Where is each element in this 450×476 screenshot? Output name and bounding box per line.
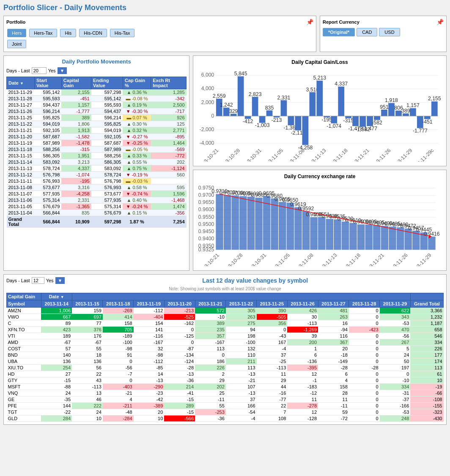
- currency-pin-icon[interactable]: 📌: [436, 19, 444, 25]
- svg-rect-124: [287, 203, 294, 250]
- cell-val-0: 27: [41, 371, 72, 377]
- cell-gain: 835: [61, 210, 91, 216]
- cell-val-5: 235: [195, 327, 226, 333]
- filter-joint[interactable]: Joint: [7, 40, 26, 48]
- cell-val-1: -113: [72, 384, 103, 390]
- currency-usd[interactable]: USD: [379, 28, 400, 36]
- svg-text:13-11-21: 13-11-21: [366, 252, 385, 267]
- cell-pct: ▬ -0.05 %: [123, 146, 151, 153]
- cell-pct: ▲ 0.55 %: [123, 159, 151, 165]
- table-row: 2013-11-08 573,677 3,316 576,993 ▲ 0.58 …: [7, 184, 187, 191]
- cell-val-7: 390: [257, 308, 288, 314]
- yes-label-2: Yes: [46, 278, 54, 283]
- svg-rect-38: [309, 92, 316, 116]
- svg-text:951: 951: [380, 104, 389, 110]
- cell-val-5: -253: [195, 409, 226, 415]
- capital-gain-title: Daily Capital Gain/Loss: [197, 59, 443, 65]
- cell-val-7: 44: [257, 384, 288, 390]
- cell-val-2: -100: [103, 339, 134, 346]
- currency-cad[interactable]: CAD: [357, 28, 377, 36]
- cell-val-12: -108: [410, 396, 443, 403]
- svg-rect-40: [316, 81, 323, 116]
- sym-col-4: 2013-11-19: [134, 300, 165, 308]
- cell-val-12: 1,232: [410, 314, 443, 320]
- cell-symbol: BND: [7, 352, 41, 358]
- cell-pct: ▲ 0.30 %: [123, 121, 151, 127]
- svg-text:2,823: 2,823: [249, 91, 262, 97]
- cell-gain: 1,806: [61, 121, 91, 127]
- cell-exch: 125: [151, 121, 187, 127]
- cell-start: 587,989: [34, 140, 61, 146]
- cell-val-12: -66: [410, 390, 443, 396]
- sym-col-10: 2013-11-27: [318, 300, 349, 308]
- cell-start: 595,142: [34, 89, 61, 96]
- symbol-section: Days - Last Yes ▼ Last 12 day value chan…: [3, 274, 447, 425]
- days-input-2[interactable]: [32, 277, 44, 284]
- cell-exch: -772: [151, 153, 187, 159]
- days-filter-btn[interactable]: ▼: [58, 67, 67, 74]
- cell-val-6: -13: [226, 390, 257, 396]
- cell-val-8: -1: [287, 377, 318, 384]
- svg-text:13-11-08: 13-11-08: [296, 252, 315, 267]
- cell-val-7: 37: [257, 352, 288, 358]
- cell-symbol: AMZN: [7, 308, 41, 314]
- cell-val-12: 3,366: [410, 308, 443, 314]
- cell-val-2: 705: [103, 327, 134, 333]
- cell-ending: 583,092: [91, 165, 123, 172]
- cell-val-9: 20: [318, 346, 349, 352]
- cell-exch: 1,464: [151, 140, 187, 146]
- cell-symbol: AMD: [7, 339, 41, 346]
- svg-rect-24: [259, 116, 266, 123]
- cell-val-12: 546: [410, 333, 443, 339]
- cell-val-0: 136: [41, 358, 72, 365]
- table-row: 2013-11-06 575,314 2,331 577,935 ▲ 0.40 …: [7, 197, 187, 204]
- cell-gain: 1,157: [61, 102, 91, 108]
- cell-val-0: -88: [41, 384, 72, 390]
- filter-hers[interactable]: Hers: [7, 29, 26, 37]
- days-input[interactable]: [32, 67, 47, 74]
- cell-exch: -895: [151, 134, 187, 140]
- cell-symbol: XFN.TO: [7, 327, 41, 333]
- cell-ending: 576,993: [91, 184, 123, 191]
- cell-val-1: 697: [72, 314, 103, 320]
- cell-gain: 1,913: [61, 127, 91, 134]
- cell-val-6: -54: [226, 409, 257, 415]
- table-row: 2013-11-29 595,142 2,155 597,298 ▲ 0.36 …: [7, 89, 187, 96]
- filter-his-tax[interactable]: His-Tax: [110, 29, 135, 37]
- cell-val-3: 10: [134, 415, 165, 422]
- cell-val-9: 116: [318, 333, 349, 339]
- cell-val-0: 144: [41, 403, 72, 409]
- cell-val-4: -134: [164, 352, 195, 358]
- currency-label: Report Currency 📌: [323, 19, 444, 25]
- filter-hers-tax[interactable]: Hers-Tax: [29, 29, 57, 37]
- cell-pct: ▲ 0.75 %: [123, 165, 151, 172]
- cell-val-6: 37: [226, 396, 257, 403]
- portfolio-pin-icon[interactable]: 📌: [306, 19, 313, 25]
- filter-his[interactable]: His: [60, 29, 76, 37]
- cell-ending: 594,019: [91, 127, 123, 134]
- symbol-row: VNQ2413-21-23-4125-13-16-12280-31-66: [7, 390, 444, 396]
- cell-val-2: 0: [103, 377, 134, 384]
- cell-val-4: -525: [164, 314, 195, 320]
- days-filter-btn-2[interactable]: ▼: [55, 277, 65, 284]
- cell-symbol: PFE: [7, 403, 41, 409]
- symbol-row: BND1401891-98-1340110376-18024177: [7, 352, 444, 358]
- filter-his-cdn[interactable]: His-CDN: [79, 29, 107, 37]
- cell-symbol: XIU.TO: [7, 365, 41, 371]
- cell-val-6: 132: [226, 346, 257, 352]
- cell-val-9: -72: [318, 415, 349, 422]
- portfolio-filters: Hers Hers-Tax His His-CDN His-Tax Joint: [6, 28, 313, 49]
- sym-col-8: 2013-11-25: [257, 300, 288, 308]
- cell-val-6: 94: [226, 327, 257, 333]
- currency-original[interactable]: *Original*: [323, 28, 355, 36]
- cell-val-10: 0: [349, 358, 380, 365]
- cell-val-0: 284: [41, 415, 72, 422]
- cell-val-10: 0: [349, 390, 380, 396]
- cell-val-11: 470: [380, 327, 411, 333]
- cell-start: 577,935: [34, 191, 61, 197]
- cell-ending: 587,989: [91, 146, 123, 153]
- cell-pct: ▲ 0.19 %: [123, 102, 151, 108]
- svg-text:0.9416: 0.9416: [424, 231, 440, 237]
- symbol-row: GLD28410-28410-566-36-4108-128-720248-43…: [7, 415, 444, 422]
- cell-date: 2013-11-29: [7, 89, 35, 96]
